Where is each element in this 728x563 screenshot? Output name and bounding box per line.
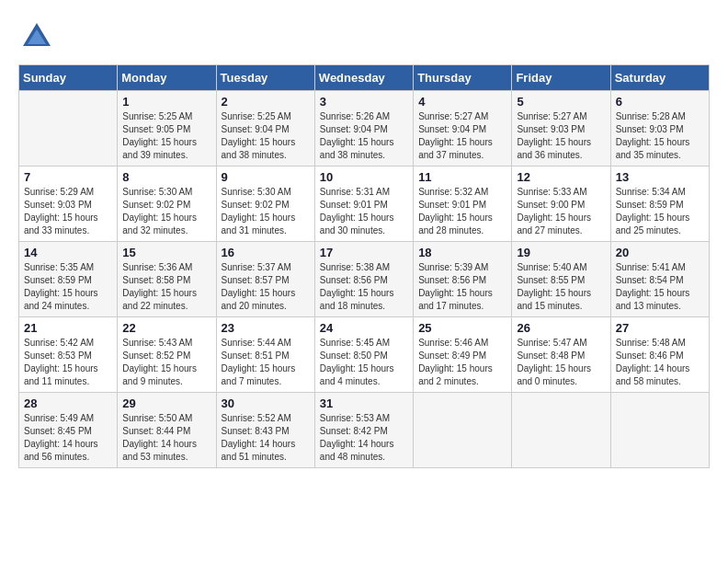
day-info: Sunrise: 5:42 AM Sunset: 8:53 PM Dayligh… [24,337,112,388]
day-info: Sunrise: 5:53 AM Sunset: 8:42 PM Dayligh… [320,412,408,464]
calendar-cell: 30Sunrise: 5:52 AM Sunset: 8:43 PM Dayli… [216,393,314,468]
calendar-cell: 6Sunrise: 5:28 AM Sunset: 9:03 PM Daylig… [610,91,709,167]
calendar-cell: 14Sunrise: 5:35 AM Sunset: 8:59 PM Dayli… [19,242,118,317]
calendar-cell: 28Sunrise: 5:49 AM Sunset: 8:45 PM Dayli… [19,393,118,468]
day-number: 9 [222,170,310,184]
calendar-cell: 16Sunrise: 5:37 AM Sunset: 8:57 PM Dayli… [216,242,314,317]
calendar-cell: 1Sunrise: 5:25 AM Sunset: 9:05 PM Daylig… [118,91,216,167]
day-info: Sunrise: 5:44 AM Sunset: 8:51 PM Dayligh… [222,337,310,388]
day-number: 8 [122,170,210,184]
page-header [18,18,710,55]
calendar-week-row: 21Sunrise: 5:42 AM Sunset: 8:53 PM Dayli… [19,317,710,393]
day-number: 27 [616,321,704,335]
day-number: 12 [517,170,605,184]
day-number: 31 [320,396,408,410]
day-info: Sunrise: 5:41 AM Sunset: 8:54 PM Dayligh… [616,261,704,313]
day-number: 20 [616,246,704,259]
day-info: Sunrise: 5:25 AM Sunset: 9:05 PM Dayligh… [122,110,210,162]
day-info: Sunrise: 5:31 AM Sunset: 9:01 PM Dayligh… [320,186,408,237]
day-info: Sunrise: 5:40 AM Sunset: 8:55 PM Dayligh… [517,261,605,313]
calendar-cell: 19Sunrise: 5:40 AM Sunset: 8:55 PM Dayli… [512,242,610,317]
weekday-header: Thursday [414,65,512,91]
day-number: 25 [418,321,506,335]
day-info: Sunrise: 5:43 AM Sunset: 8:52 PM Dayligh… [122,337,210,388]
day-info: Sunrise: 5:49 AM Sunset: 8:45 PM Dayligh… [24,412,112,464]
calendar-cell: 13Sunrise: 5:34 AM Sunset: 8:59 PM Dayli… [610,167,709,242]
calendar-cell [512,393,610,468]
day-number: 17 [320,246,408,259]
calendar-week-row: 14Sunrise: 5:35 AM Sunset: 8:59 PM Dayli… [19,242,710,317]
day-number: 3 [320,95,408,109]
day-number: 14 [24,246,112,259]
day-info: Sunrise: 5:46 AM Sunset: 8:49 PM Dayligh… [418,337,506,388]
calendar-table: SundayMondayTuesdayWednesdayThursdayFrid… [18,64,710,468]
day-number: 26 [517,321,605,335]
calendar-cell: 18Sunrise: 5:39 AM Sunset: 8:56 PM Dayli… [414,242,512,317]
day-number: 23 [222,321,310,335]
logo-icon [18,18,55,55]
calendar-cell: 24Sunrise: 5:45 AM Sunset: 8:50 PM Dayli… [314,317,413,393]
day-number: 29 [122,396,210,410]
day-number: 10 [320,170,408,184]
day-info: Sunrise: 5:27 AM Sunset: 9:03 PM Dayligh… [517,110,605,162]
calendar-cell: 11Sunrise: 5:32 AM Sunset: 9:01 PM Dayli… [414,167,512,242]
calendar-cell: 8Sunrise: 5:30 AM Sunset: 9:02 PM Daylig… [118,167,216,242]
calendar-cell: 5Sunrise: 5:27 AM Sunset: 9:03 PM Daylig… [512,91,610,167]
weekday-header: Tuesday [216,65,314,91]
calendar-cell: 26Sunrise: 5:47 AM Sunset: 8:48 PM Dayli… [512,317,610,393]
day-info: Sunrise: 5:37 AM Sunset: 8:57 PM Dayligh… [222,261,310,313]
day-number: 21 [24,321,112,335]
calendar-cell: 7Sunrise: 5:29 AM Sunset: 9:03 PM Daylig… [19,167,118,242]
day-number: 5 [517,95,605,109]
day-info: Sunrise: 5:52 AM Sunset: 8:43 PM Dayligh… [222,412,310,464]
calendar-cell [19,91,118,167]
calendar-cell: 4Sunrise: 5:27 AM Sunset: 9:04 PM Daylig… [414,91,512,167]
day-info: Sunrise: 5:47 AM Sunset: 8:48 PM Dayligh… [517,337,605,388]
day-info: Sunrise: 5:45 AM Sunset: 8:50 PM Dayligh… [320,337,408,388]
weekday-header: Monday [118,65,216,91]
day-info: Sunrise: 5:27 AM Sunset: 9:04 PM Dayligh… [418,110,506,162]
day-number: 2 [222,95,310,109]
day-info: Sunrise: 5:33 AM Sunset: 9:00 PM Dayligh… [517,186,605,237]
day-number: 7 [24,170,112,184]
day-info: Sunrise: 5:38 AM Sunset: 8:56 PM Dayligh… [320,261,408,313]
day-info: Sunrise: 5:25 AM Sunset: 9:04 PM Dayligh… [222,110,310,162]
calendar-cell: 25Sunrise: 5:46 AM Sunset: 8:49 PM Dayli… [414,317,512,393]
calendar-cell: 3Sunrise: 5:26 AM Sunset: 9:04 PM Daylig… [314,91,413,167]
day-info: Sunrise: 5:35 AM Sunset: 8:59 PM Dayligh… [24,261,112,313]
day-number: 30 [222,396,310,410]
calendar-cell: 20Sunrise: 5:41 AM Sunset: 8:54 PM Dayli… [610,242,709,317]
weekday-header-row: SundayMondayTuesdayWednesdayThursdayFrid… [19,65,710,91]
weekday-header: Sunday [19,65,118,91]
weekday-header: Friday [512,65,610,91]
day-number: 6 [616,95,704,109]
calendar-cell: 21Sunrise: 5:42 AM Sunset: 8:53 PM Dayli… [19,317,118,393]
day-number: 16 [222,246,310,259]
calendar-cell: 10Sunrise: 5:31 AM Sunset: 9:01 PM Dayli… [314,167,413,242]
day-number: 11 [418,170,506,184]
calendar-cell: 12Sunrise: 5:33 AM Sunset: 9:00 PM Dayli… [512,167,610,242]
calendar-cell: 2Sunrise: 5:25 AM Sunset: 9:04 PM Daylig… [216,91,314,167]
weekday-header: Wednesday [314,65,413,91]
day-number: 13 [616,170,704,184]
day-info: Sunrise: 5:48 AM Sunset: 8:46 PM Dayligh… [616,337,704,388]
calendar-week-row: 1Sunrise: 5:25 AM Sunset: 9:05 PM Daylig… [19,91,710,167]
day-number: 15 [122,246,210,259]
day-info: Sunrise: 5:30 AM Sunset: 9:02 PM Dayligh… [222,186,310,237]
calendar-cell: 9Sunrise: 5:30 AM Sunset: 9:02 PM Daylig… [216,167,314,242]
day-number: 1 [122,95,210,109]
day-number: 24 [320,321,408,335]
weekday-header: Saturday [610,65,709,91]
calendar-cell: 22Sunrise: 5:43 AM Sunset: 8:52 PM Dayli… [118,317,216,393]
day-info: Sunrise: 5:30 AM Sunset: 9:02 PM Dayligh… [122,186,210,237]
day-info: Sunrise: 5:26 AM Sunset: 9:04 PM Dayligh… [320,110,408,162]
calendar-cell: 15Sunrise: 5:36 AM Sunset: 8:58 PM Dayli… [118,242,216,317]
day-info: Sunrise: 5:29 AM Sunset: 9:03 PM Dayligh… [24,186,112,237]
calendar-cell: 17Sunrise: 5:38 AM Sunset: 8:56 PM Dayli… [314,242,413,317]
day-number: 28 [24,396,112,410]
calendar-cell [610,393,709,468]
day-number: 22 [122,321,210,335]
day-info: Sunrise: 5:28 AM Sunset: 9:03 PM Dayligh… [616,110,704,162]
calendar-cell: 29Sunrise: 5:50 AM Sunset: 8:44 PM Dayli… [118,393,216,468]
calendar-cell: 31Sunrise: 5:53 AM Sunset: 8:42 PM Dayli… [314,393,413,468]
